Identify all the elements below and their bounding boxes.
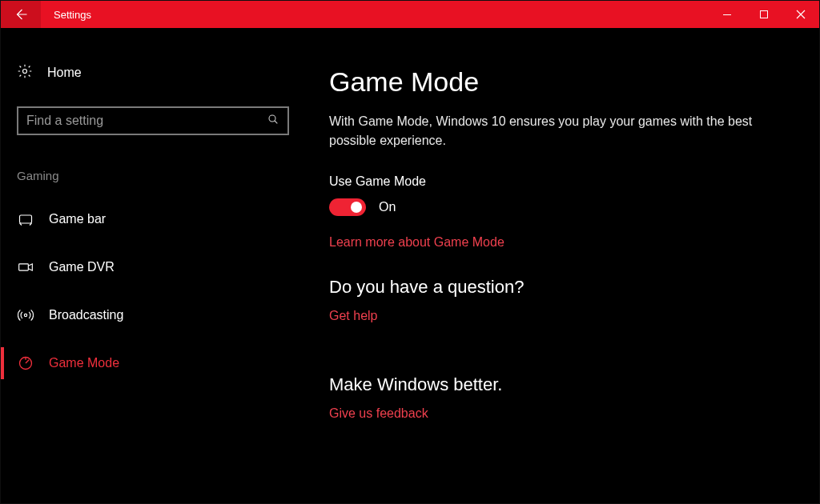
back-button[interactable]: [1, 1, 41, 28]
svg-point-6: [24, 314, 26, 316]
page-title: Game Mode: [329, 66, 771, 98]
svg-rect-1: [761, 11, 768, 18]
sidebar-item-game-dvr[interactable]: Game DVR: [1, 243, 305, 291]
game-mode-toggle[interactable]: [329, 198, 366, 216]
search-icon: [267, 113, 279, 129]
toggle-state: On: [379, 200, 396, 214]
category-label: Gaming: [17, 169, 305, 182]
sidebar-item-label: Game DVR: [49, 260, 115, 274]
toggle-label: Use Game Mode: [329, 174, 771, 189]
nav: Game bar Game DVR Broadcasting: [1, 195, 305, 387]
titlebar: Settings: [1, 1, 819, 28]
content: Game Mode With Game Mode, Windows 10 ens…: [305, 28, 819, 503]
close-button[interactable]: [782, 1, 819, 28]
gear-icon: [17, 63, 33, 82]
feedback-link[interactable]: Give us feedback: [329, 406, 428, 421]
minimize-button[interactable]: [709, 1, 746, 28]
get-help-link[interactable]: Get help: [329, 309, 377, 323]
sidebar-item-label: Game Mode: [49, 356, 119, 370]
sidebar: Home Gaming Game bar: [1, 28, 305, 503]
sidebar-item-game-bar[interactable]: Game bar: [1, 195, 305, 243]
body: Home Gaming Game bar: [1, 28, 819, 503]
question-heading: Do you have a question?: [329, 277, 771, 298]
settings-window: Settings Home: [0, 0, 820, 504]
arrow-left-icon: [14, 7, 28, 22]
toggle-knob: [351, 202, 362, 213]
svg-rect-0: [723, 14, 731, 15]
home-label: Home: [47, 66, 82, 80]
search-input[interactable]: [26, 114, 267, 128]
learn-more-link[interactable]: Learn more about Game Mode: [329, 235, 504, 250]
minimize-icon: [722, 10, 732, 19]
search-container: [17, 106, 289, 135]
better-heading: Make Windows better.: [329, 374, 771, 395]
sidebar-item-label: Broadcasting: [49, 308, 123, 322]
search-box[interactable]: [17, 106, 289, 135]
game-dvr-icon: [17, 259, 34, 275]
maximize-icon: [759, 10, 769, 19]
close-icon: [796, 10, 806, 19]
sidebar-item-broadcasting[interactable]: Broadcasting: [1, 291, 305, 339]
sidebar-item-label: Game bar: [49, 212, 106, 226]
svg-rect-4: [20, 215, 32, 223]
svg-rect-5: [19, 264, 29, 270]
maximize-button[interactable]: [746, 1, 782, 28]
home-button[interactable]: Home: [1, 57, 305, 89]
toggle-row: On: [329, 198, 771, 216]
game-mode-icon: [17, 355, 34, 371]
svg-point-2: [23, 70, 27, 74]
game-bar-icon: [17, 211, 34, 227]
page-description: With Game Mode, Windows 10 ensures you p…: [329, 112, 762, 150]
window-title: Settings: [41, 1, 709, 28]
sidebar-item-game-mode[interactable]: Game Mode: [1, 339, 305, 387]
svg-point-3: [269, 115, 275, 122]
broadcasting-icon: [17, 307, 34, 323]
